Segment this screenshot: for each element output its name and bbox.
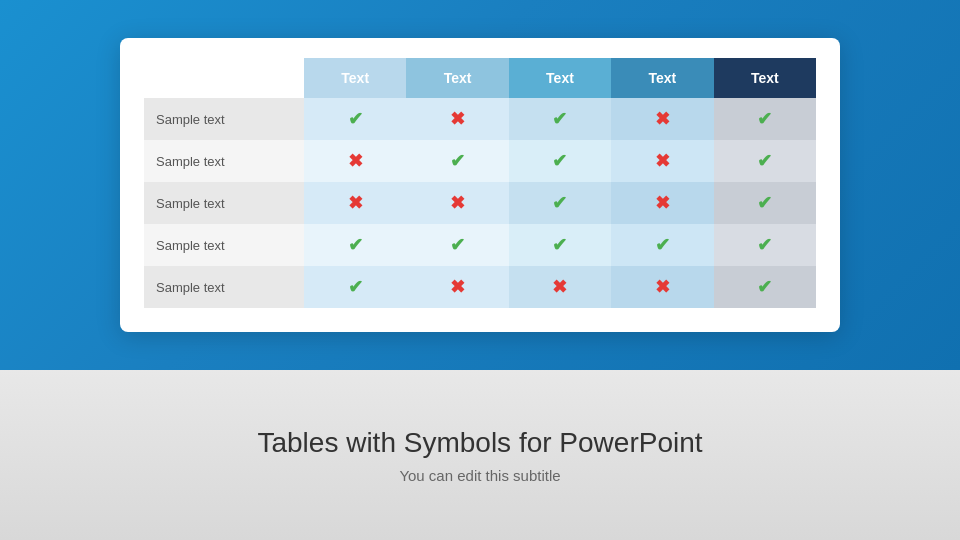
cell-value: ✔: [611, 224, 713, 266]
check-icon: ✔: [757, 277, 772, 297]
cell-value: ✖: [509, 266, 611, 308]
cell-value: ✖: [406, 182, 508, 224]
header-empty: [144, 58, 304, 98]
cross-icon: ✖: [348, 151, 363, 171]
cell-value: ✔: [509, 140, 611, 182]
check-icon: ✔: [552, 109, 567, 129]
check-icon: ✔: [552, 151, 567, 171]
check-icon: ✔: [450, 235, 465, 255]
cell-value: ✔: [406, 224, 508, 266]
table-row: Sample text✖✔✔✖✔: [144, 140, 816, 182]
check-icon: ✔: [757, 235, 772, 255]
header-col-1: Text: [304, 58, 406, 98]
cell-value: ✔: [509, 182, 611, 224]
cross-icon: ✖: [655, 151, 670, 171]
cell-value: ✔: [509, 224, 611, 266]
page-subtitle: You can edit this subtitle: [399, 467, 560, 484]
cross-icon: ✖: [450, 193, 465, 213]
page-title: Tables with Symbols for PowerPoint: [257, 427, 702, 459]
cell-value: ✔: [509, 98, 611, 140]
cross-icon: ✖: [450, 109, 465, 129]
cell-value: ✖: [406, 266, 508, 308]
cell-value: ✖: [611, 266, 713, 308]
cross-icon: ✖: [348, 193, 363, 213]
row-label: Sample text: [144, 224, 304, 266]
cross-icon: ✖: [655, 109, 670, 129]
check-icon: ✔: [348, 277, 363, 297]
cell-value: ✔: [714, 98, 816, 140]
bottom-section: Tables with Symbols for PowerPoint You c…: [0, 370, 960, 540]
cell-value: ✔: [304, 266, 406, 308]
header-col-4: Text: [611, 58, 713, 98]
table-row: Sample text✔✖✔✖✔: [144, 98, 816, 140]
cell-value: ✖: [611, 182, 713, 224]
table-row: Sample text✔✔✔✔✔: [144, 224, 816, 266]
check-icon: ✔: [450, 151, 465, 171]
comparison-table: Text Text Text Text Text Sample text✔✖✔✖…: [144, 58, 816, 308]
check-icon: ✔: [757, 151, 772, 171]
cell-value: ✖: [304, 182, 406, 224]
cross-icon: ✖: [552, 277, 567, 297]
check-icon: ✔: [757, 193, 772, 213]
table-card: Text Text Text Text Text Sample text✔✖✔✖…: [120, 38, 840, 332]
cell-value: ✖: [611, 140, 713, 182]
check-icon: ✔: [348, 235, 363, 255]
check-icon: ✔: [348, 109, 363, 129]
cell-value: ✔: [714, 266, 816, 308]
cell-value: ✖: [611, 98, 713, 140]
cross-icon: ✖: [655, 277, 670, 297]
cell-value: ✔: [304, 224, 406, 266]
row-label: Sample text: [144, 98, 304, 140]
cell-value: ✖: [406, 98, 508, 140]
check-icon: ✔: [552, 193, 567, 213]
top-section: Text Text Text Text Text Sample text✔✖✔✖…: [0, 0, 960, 370]
header-col-3: Text: [509, 58, 611, 98]
check-icon: ✔: [655, 235, 670, 255]
cell-value: ✔: [714, 140, 816, 182]
check-icon: ✔: [757, 109, 772, 129]
cell-value: ✔: [714, 224, 816, 266]
cross-icon: ✖: [655, 193, 670, 213]
header-col-5: Text: [714, 58, 816, 98]
cell-value: ✔: [714, 182, 816, 224]
cell-value: ✔: [304, 98, 406, 140]
row-label: Sample text: [144, 266, 304, 308]
cross-icon: ✖: [450, 277, 465, 297]
row-label: Sample text: [144, 140, 304, 182]
check-icon: ✔: [552, 235, 567, 255]
header-col-2: Text: [406, 58, 508, 98]
table-row: Sample text✔✖✖✖✔: [144, 266, 816, 308]
row-label: Sample text: [144, 182, 304, 224]
table-row: Sample text✖✖✔✖✔: [144, 182, 816, 224]
cell-value: ✔: [406, 140, 508, 182]
cell-value: ✖: [304, 140, 406, 182]
